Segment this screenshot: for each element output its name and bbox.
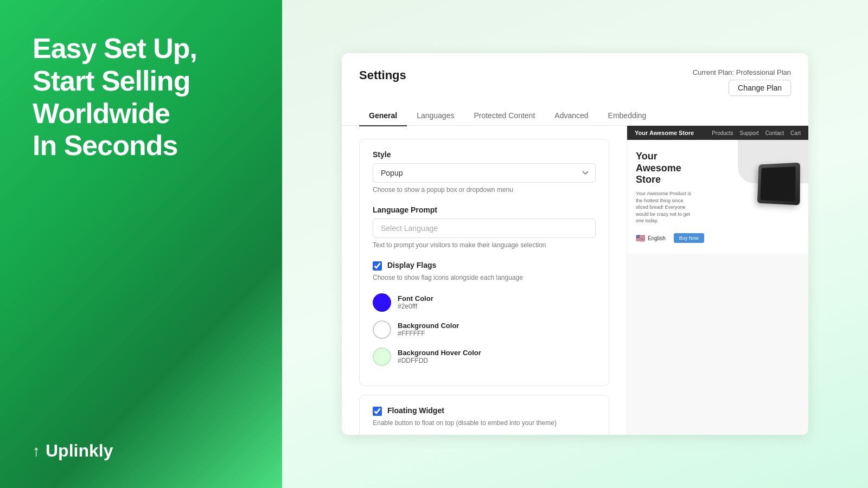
floating-widget-label: Floating Widget [387, 406, 444, 415]
style-section-card: Style Popup Dropdown Choose to show a po… [359, 139, 609, 386]
font-color-info: Font Color #2e0fff [398, 294, 433, 310]
settings-card: Settings Current Plan: Professional Plan… [342, 53, 808, 435]
bg-hover-color-value: #DDFFDD [398, 357, 481, 364]
left-panel: Easy Set Up, Start Selling Worldwide In … [0, 0, 282, 488]
preview-nav-support: Support [740, 130, 759, 136]
hero-line-4: In Seconds [33, 130, 255, 162]
device-screen [760, 166, 795, 202]
settings-title: Settings [359, 68, 406, 82]
brand-arrow-icon: ↑ [33, 442, 40, 460]
bg-color-swatch[interactable] [373, 320, 391, 339]
style-hint: Choose to show a popup box or dropdown m… [373, 185, 596, 195]
tab-embedding[interactable]: Embedding [598, 106, 656, 126]
bg-hover-color-swatch[interactable] [373, 348, 391, 366]
preview-section: Your Awesome Store Products Support Cont… [627, 126, 808, 435]
display-flags-field-group: Display Flags Choose to show flag icons … [373, 261, 596, 282]
display-flags-checkbox[interactable] [373, 261, 382, 271]
preview-language-selector: 🇺🇸 English Buy Now [636, 233, 800, 243]
floating-widget-field-group: Floating Widget Enable button to float o… [373, 406, 596, 428]
tab-advanced[interactable]: Advanced [545, 106, 598, 126]
floating-widget-section-card: Floating Widget Enable button to float o… [359, 395, 609, 435]
preview-body: Your Awesome Store Your Awesome Product … [627, 140, 808, 254]
font-color-swatch[interactable] [373, 293, 391, 312]
tab-languages[interactable]: Languages [407, 106, 464, 126]
floating-widget-checkbox[interactable] [373, 407, 382, 416]
language-prompt-label: Language Prompt [373, 206, 596, 214]
brand-name: Uplinkly [46, 441, 113, 461]
language-prompt-field-group: Language Prompt Text to prompt your visi… [373, 206, 596, 250]
bg-hover-color-label: Background Hover Color [398, 349, 481, 357]
preview-store-title: Your Awesome Store [636, 151, 729, 186]
font-color-value: #2e0fff [398, 303, 433, 310]
tab-general[interactable]: General [359, 106, 407, 126]
right-panel: Settings Current Plan: Professional Plan… [282, 0, 868, 488]
plan-label: Current Plan: Professional Plan [693, 68, 791, 76]
preview-buy-button: Buy Now [674, 233, 704, 243]
preview-store-name: Your Awesome Store [635, 130, 694, 136]
style-label: Style [373, 150, 596, 159]
language-prompt-hint: Text to prompt your visitors to make the… [373, 241, 596, 250]
preview-browser: Your Awesome Store Products Support Cont… [627, 126, 808, 435]
content-area: Style Popup Dropdown Choose to show a po… [342, 126, 808, 435]
preview-product-desc: Your Awesome Product is the hottest thin… [636, 190, 695, 224]
hero-line-1: Easy Set Up, [33, 33, 255, 65]
bg-color-row: Background Color #FFFFFF [373, 320, 596, 339]
bg-color-value: #FFFFFF [398, 330, 459, 337]
bg-hover-color-row: Background Hover Color #DDFFDD [373, 348, 596, 366]
form-section: Style Popup Dropdown Choose to show a po… [342, 126, 627, 435]
display-flags-row: Display Flags [373, 261, 596, 271]
bg-color-info: Background Color #FFFFFF [398, 322, 459, 337]
font-color-row: Font Color #2e0fff [373, 293, 596, 312]
preview-device-image [729, 163, 800, 212]
preview-navbar: Your Awesome Store Products Support Cont… [627, 126, 808, 140]
plan-info: Current Plan: Professional Plan Change P… [693, 68, 791, 96]
preview-nav-cart: Cart [790, 130, 801, 136]
display-flags-label: Display Flags [387, 261, 436, 269]
floating-widget-hint: Enable button to float on top (disable t… [373, 419, 596, 428]
tabs-bar: General Languages Protected Content Adva… [342, 106, 808, 126]
bg-hover-color-info: Background Hover Color #DDFFDD [398, 349, 481, 364]
hero-line-2: Start Selling [33, 65, 255, 98]
lang-text: English [648, 235, 666, 241]
style-select[interactable]: Popup Dropdown [373, 163, 596, 183]
brand-logo: ↑ Uplinkly [33, 441, 255, 461]
hero-line-3: Worldwide [33, 98, 255, 130]
preview-nav-links: Products Support Contact Cart [712, 130, 801, 136]
display-flags-hint: Choose to show flag icons alongside each… [373, 273, 596, 282]
settings-header: Settings Current Plan: Professional Plan… [342, 53, 808, 96]
change-plan-button[interactable]: Change Plan [729, 80, 791, 96]
preview-hero-text: Your Awesome Store Your Awesome Product … [636, 151, 729, 224]
preview-nav-products: Products [712, 130, 733, 136]
hero-text: Easy Set Up, Start Selling Worldwide In … [33, 33, 255, 162]
style-field-group: Style Popup Dropdown Choose to show a po… [373, 150, 596, 195]
font-color-label: Font Color [398, 294, 433, 303]
preview-nav-contact: Contact [765, 130, 784, 136]
bg-color-label: Background Color [398, 322, 459, 330]
language-prompt-input[interactable] [373, 219, 596, 238]
floating-widget-row: Floating Widget [373, 406, 596, 416]
tab-protected-content[interactable]: Protected Content [464, 106, 545, 126]
flag-icon: 🇺🇸 [636, 234, 645, 242]
